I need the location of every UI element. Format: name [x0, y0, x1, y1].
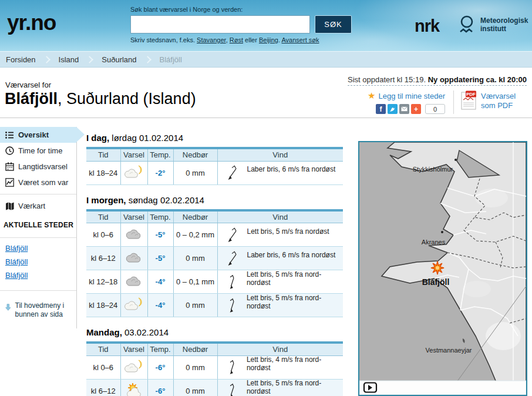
wind-cell: Lett bris, 4 m/s fra nord-nordøst — [217, 355, 343, 379]
search-button[interactable]: SØK — [315, 15, 352, 33]
nrk-logo[interactable]: nrk — [415, 16, 439, 36]
met-text-line2: institutt — [480, 25, 528, 33]
cloud-moon-icon — [123, 297, 144, 312]
search-input[interactable] — [130, 15, 310, 33]
to-main-menu-link[interactable]: Til hovedmeny i bunnen av sida — [0, 294, 76, 321]
hint-link-rost[interactable]: Røst — [230, 36, 243, 43]
map-marker-label: Bláfjöll — [422, 277, 450, 287]
place-link-blafjoll-1[interactable]: Bláfjöll — [0, 241, 76, 255]
precipitation-cell: 0 mm — [173, 355, 217, 379]
sidebar-item-label: Oversikt — [18, 130, 49, 139]
sidebar-item-label: Time for time — [18, 146, 62, 155]
advanced-search-link[interactable]: Avansert søk — [281, 36, 319, 43]
forecast-day: Mandag, 03.02.2014TidVarselTemp.NedbørVi… — [86, 327, 343, 396]
sidebar-divider — [0, 194, 76, 194]
column-header: Tid — [86, 148, 120, 161]
column-header: Temp. — [147, 210, 173, 223]
column-header: Tid — [86, 210, 120, 223]
chevron-right-icon — [144, 56, 151, 63]
wind-info: Lett bris, 5 m/s fra nordøst — [225, 226, 344, 244]
breadcrumb-current: Bláfjöll — [160, 55, 182, 64]
wind-info: Laber bris, 6 m/s fra nordøst — [225, 164, 344, 182]
wind-cell: Laber bris, 6 m/s fra nordøst — [217, 161, 343, 184]
sidebar-nav: Oversikt Time for time Langtidsvarsel Væ… — [0, 127, 77, 328]
forecast-row: kl 12–18-4°0 – 0,1 mmLett bris, 5 m/s fr… — [86, 270, 343, 294]
place-link-blafjoll-2[interactable]: Bláfjöll — [0, 255, 76, 269]
column-header: Nedbør — [173, 210, 217, 223]
weather-symbol-cell — [120, 223, 147, 247]
page-eyebrow: Værvarsel for — [5, 80, 51, 89]
add-to-my-places-link[interactable]: ★ Legg til mine steder — [368, 90, 445, 101]
wind-info: Laber bris, 6 m/s fra nordøst — [225, 250, 344, 267]
email-share-icon[interactable] — [399, 104, 409, 114]
sun-cloud-icon — [124, 382, 144, 396]
column-header: Temp. — [147, 343, 173, 355]
wind-arrow-nne-icon — [225, 297, 240, 314]
column-header: Tid — [86, 343, 120, 355]
down-arrow-icon — [5, 301, 11, 313]
precipitation-cell: 0 mm — [173, 247, 217, 270]
wind-description: Laber bris, 6 m/s fra nordøst — [247, 251, 336, 259]
time-cell: kl 18–24 — [86, 161, 120, 184]
precipitation-cell: 0 – 0,2 mm — [173, 223, 217, 247]
precipitation-cell: 0 mm — [173, 294, 217, 317]
day-name: I dag, — [86, 133, 109, 143]
sidebar-item-langtidsvarsel[interactable]: Langtidsvarsel — [0, 159, 76, 174]
wind-description: Lett bris, 5 m/s fra nord-nordøst — [247, 270, 343, 287]
page-title: Bláfjöll, Suðurland (Island) — [5, 90, 196, 108]
weather-symbol-cell — [120, 247, 147, 270]
temperature-cell: -6° — [147, 355, 173, 379]
clock-icon — [5, 146, 14, 155]
chevron-right-icon — [43, 56, 50, 63]
wind-arrow-ne-icon — [225, 226, 240, 244]
facebook-share-icon[interactable]: f — [376, 104, 386, 114]
forecast-table: TidVarselTemp.NedbørVindkl 0–6-6°0 mmLet… — [86, 341, 343, 396]
place-link-blafjoll-3[interactable]: Bláfjöll — [0, 269, 76, 282]
breadcrumb-sudurland[interactable]: Suðurland — [102, 55, 136, 64]
day-name: Mandag, — [86, 327, 122, 337]
share-plus-icon[interactable]: + — [411, 104, 421, 114]
column-header: Temp. — [147, 148, 173, 161]
twitter-share-icon[interactable] — [388, 104, 398, 114]
share-count-badge: 0 — [425, 104, 445, 114]
chevron-right-icon — [86, 56, 93, 63]
sidebar-item-oversikt[interactable]: Oversikt — [0, 127, 76, 143]
met-icon — [458, 14, 476, 39]
breadcrumb-forsiden[interactable]: Forsiden — [6, 55, 36, 64]
day-date: søndag 02.02.2014 — [126, 195, 204, 205]
column-header: Vind — [217, 210, 343, 223]
calendar-icon — [5, 162, 14, 171]
hint-link-stavanger[interactable]: Stavanger — [197, 36, 226, 43]
wind-cell: Lett bris, 5 m/s fra nord-nordøst — [217, 294, 343, 317]
sidebar-item-time-for-time[interactable]: Time for time — [0, 143, 76, 159]
forecast-table: TidVarselTemp.NedbørVindkl 0–6-5°0 – 0,2… — [86, 209, 343, 318]
weather-map[interactable]: Stykkishólmur Akranes Vestmannaeyjar Blá… — [358, 141, 527, 396]
yr-logo[interactable]: yr.no — [7, 11, 56, 35]
sidebar-item-vaerkart[interactable]: Værkart — [0, 198, 76, 214]
sidebar-item-vaeret-som-var[interactable]: Været som var — [0, 174, 76, 190]
time-cell: kl 0–6 — [86, 223, 120, 247]
map-label-akranes: Akranes — [422, 239, 446, 246]
next-update-text: Ny oppdatering ca. kl 20:00 — [428, 75, 527, 84]
column-header: Nedbør — [173, 343, 217, 355]
column-header: Varsel — [120, 148, 147, 161]
wind-arrow-nne-icon — [225, 273, 240, 291]
forecast-row: kl 18–24-4°0 mmLett bris, 5 m/s fra nord… — [86, 294, 343, 317]
met-institute-logo[interactable]: Meteorologisk institutt — [458, 14, 528, 39]
wind-info: Lett bris, 5 m/s fra nord-nordøst — [225, 382, 344, 396]
update-meta: Sist oppdatert kl 15:19. Ny oppdatering … — [348, 74, 527, 114]
hint-link-beijing[interactable]: Beijing — [259, 36, 278, 43]
pdf-download-link[interactable]: PDF Værvarsel som PDF — [461, 90, 527, 114]
column-header: Varsel — [120, 210, 147, 223]
forecast-section: I dag, lørdag 01.02.2014TidVarselTemp.Ne… — [86, 127, 343, 396]
forecast-row: kl 6–12-6°0 mmLett bris, 5 m/s fra nord-… — [86, 379, 343, 396]
map-icon — [5, 202, 14, 210]
site-header: yr.no Søk blant værvarsel i Norge og ver… — [0, 0, 532, 51]
sidebar-item-label: Langtidsvarsel — [18, 162, 68, 171]
current-places-heading: AKTUELLE STEDER — [0, 214, 76, 234]
temperature-cell: -6° — [147, 379, 173, 396]
breadcrumb-island[interactable]: Island — [59, 55, 79, 64]
title-divider — [0, 118, 532, 118]
day-heading: I morgen, søndag 02.02.2014 — [86, 195, 343, 205]
column-header: Vind — [217, 148, 343, 161]
